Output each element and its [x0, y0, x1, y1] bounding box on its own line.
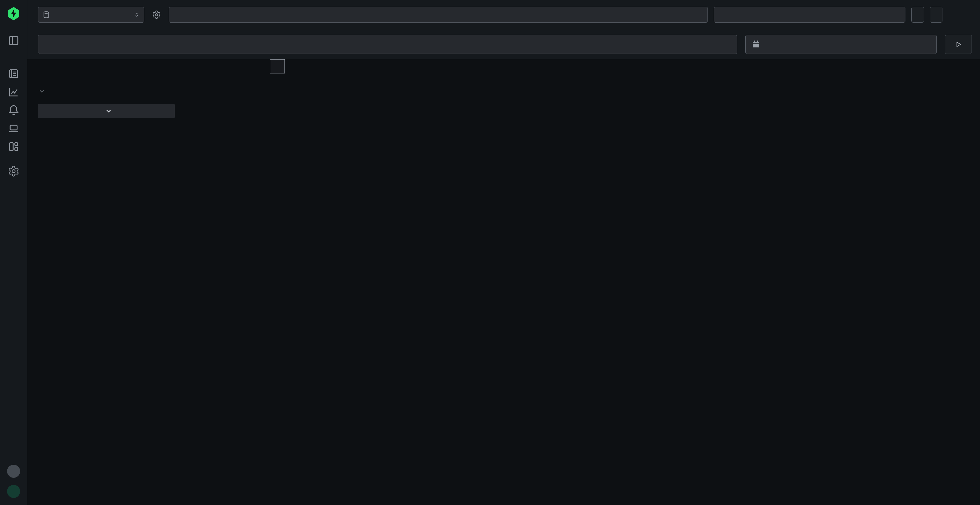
hyperdx-logo-icon[interactable] — [6, 6, 21, 22]
events-heatmap[interactable] — [180, 59, 980, 173]
help-button[interactable] — [7, 465, 20, 478]
run-query-button[interactable] — [945, 35, 972, 54]
settings-gear-icon[interactable] — [7, 165, 20, 178]
show-more[interactable] — [38, 87, 175, 95]
filter-by-selection-tooltip[interactable] — [270, 59, 285, 73]
topbar — [27, 0, 980, 29]
query-settings-gear-icon[interactable] — [150, 8, 163, 21]
alerts-bell-icon[interactable] — [7, 104, 20, 116]
date-range-picker[interactable] — [745, 35, 937, 54]
database-icon — [42, 11, 50, 19]
order-by-input[interactable] — [714, 7, 905, 22]
save-button[interactable] — [912, 7, 924, 22]
select-query-input[interactable] — [169, 7, 708, 22]
chevron-down-icon — [38, 87, 45, 95]
chevron-updown-icon — [133, 11, 140, 18]
chart-explorer-icon[interactable] — [7, 86, 20, 98]
search-logs-icon[interactable] — [7, 67, 20, 80]
search-box — [38, 35, 737, 54]
icon-rail — [0, 0, 27, 505]
search-row — [27, 29, 980, 59]
calendar-icon — [752, 40, 760, 49]
charts-section — [180, 59, 980, 505]
sessions-laptop-icon[interactable] — [7, 122, 20, 135]
search-input[interactable] — [45, 40, 723, 49]
dashboards-icon[interactable] — [7, 140, 20, 153]
play-icon — [954, 40, 962, 48]
rail-bottom-group — [7, 465, 20, 498]
sidebar — [27, 59, 180, 505]
app-root — [0, 0, 980, 505]
source-select[interactable] — [38, 7, 144, 22]
collapse-panel-icon[interactable] — [7, 34, 20, 47]
user-avatar[interactable] — [7, 485, 20, 498]
chevron-down-icon — [105, 107, 113, 115]
more-filters-button[interactable] — [38, 104, 175, 118]
alerts-button[interactable] — [930, 7, 942, 22]
rail-nav-group — [7, 67, 20, 153]
